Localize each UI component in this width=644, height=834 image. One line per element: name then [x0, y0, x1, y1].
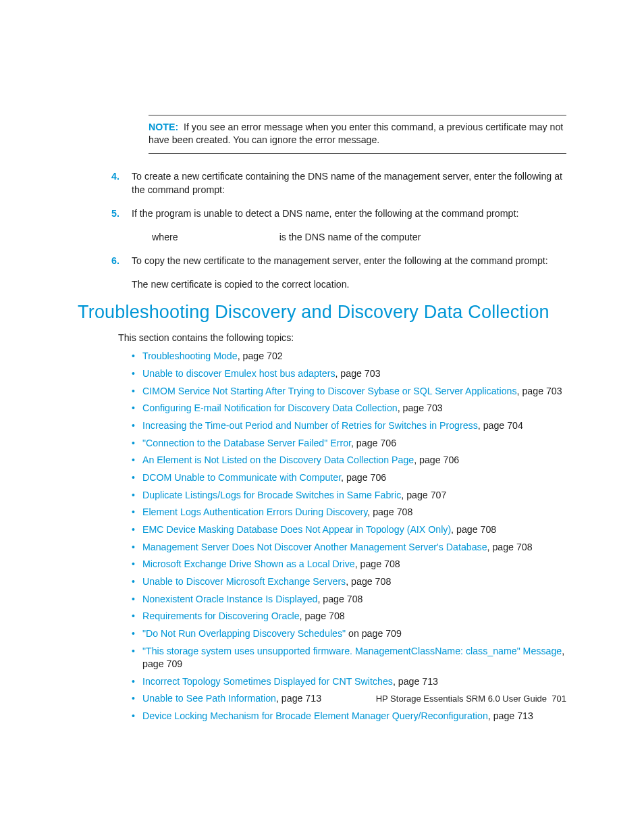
step-number: 6.	[111, 255, 119, 267]
step-text: If the program is unable to detect a DNS…	[132, 208, 518, 219]
step-6: 6. To copy the new certificate to the ma…	[111, 255, 566, 267]
page-footer: HP Storage Essentials SRM 6.0 User Guide…	[376, 694, 566, 704]
topic-link[interactable]: Unable to Discover Microsoft Exchange Se…	[142, 576, 346, 587]
topic-suffix: , page 708	[355, 558, 400, 569]
topic-item: CIMOM Service Not Starting After Trying …	[132, 385, 566, 398]
topic-suffix: , page 703	[335, 368, 380, 379]
footer-title: HP Storage Essentials SRM 6.0 User Guide	[376, 694, 547, 704]
section-heading: Troubleshooting Discovery and Discovery …	[78, 302, 566, 323]
topic-link[interactable]: Nonexistent Oracle Instance Is Displayed	[142, 594, 317, 604]
topic-suffix: , page 708	[300, 610, 345, 621]
where-suffix: is the DNS name of the computer	[279, 232, 421, 242]
where-prefix: where	[152, 232, 178, 242]
post-step-text: The new certificate is copied to the cor…	[132, 278, 566, 291]
topic-item: Element Logs Authentication Errors Durin…	[132, 506, 566, 519]
topic-suffix: , page 708	[346, 576, 391, 587]
topic-item: "This storage system uses unsupported fi…	[132, 645, 566, 671]
topic-item: Management Server Does Not Discover Anot…	[132, 541, 566, 554]
topic-suffix: , page 713	[276, 693, 321, 704]
topic-link[interactable]: Configuring E-mail Notification for Disc…	[142, 402, 398, 413]
topic-item: Troubleshooting Mode, page 702	[132, 350, 566, 363]
intro-text: This section contains the following topi…	[118, 332, 566, 343]
topic-suffix: , page 702	[238, 350, 283, 361]
topic-link[interactable]: Unable to discover Emulex host bus adapt…	[142, 368, 335, 379]
topic-link[interactable]: "Connection to the Database Server Faile…	[142, 438, 351, 448]
topic-link[interactable]: Management Server Does Not Discover Anot…	[142, 542, 487, 552]
topic-suffix: , page 713	[488, 710, 533, 721]
topic-item: Requirements for Discovering Oracle, pag…	[132, 610, 566, 623]
step-text: To copy the new certificate to the manag…	[132, 255, 548, 266]
topic-item: Microsoft Exchange Drive Shown as a Loca…	[132, 558, 566, 571]
topic-link[interactable]: EMC Device Masking Database Does Not App…	[142, 524, 451, 535]
step-number: 4.	[111, 170, 119, 183]
step-4: 4. To create a new certificate containin…	[111, 170, 566, 196]
topic-suffix: , page 713	[393, 676, 438, 687]
topic-link[interactable]: CIMOM Service Not Starting After Trying …	[142, 386, 517, 396]
topic-item: Increasing the Time-out Period and Numbe…	[132, 419, 566, 432]
steps-list: 4. To create a new certificate containin…	[111, 170, 566, 267]
topic-item: Unable to discover Emulex host bus adapt…	[132, 367, 566, 380]
topic-link[interactable]: "This storage system uses unsupported fi…	[142, 646, 562, 656]
step-number: 5.	[111, 207, 119, 220]
document-page: NOTE: If you see an error message when y…	[0, 0, 644, 768]
where-line: whereis the DNS name of the computer	[152, 231, 566, 244]
topic-link[interactable]: "Do Not Run Overlapping Discovery Schedu…	[142, 628, 346, 639]
topic-suffix: , page 703	[517, 386, 562, 396]
topic-link[interactable]: Requirements for Discovering Oracle	[142, 610, 300, 621]
topic-link[interactable]: Unable to See Path Information	[142, 693, 276, 704]
topic-link[interactable]: Element Logs Authentication Errors Durin…	[142, 506, 367, 517]
topic-suffix: , page 706	[414, 454, 459, 465]
topic-link[interactable]: Increasing the Time-out Period and Numbe…	[142, 420, 478, 431]
note-text: If you see an error message when you ent…	[149, 122, 563, 145]
topic-item: "Do Not Run Overlapping Discovery Schedu…	[132, 627, 566, 640]
topic-suffix: , page 708	[487, 542, 533, 552]
topic-suffix: , page 703	[398, 402, 443, 413]
topics-list: Troubleshooting Mode, page 702 Unable to…	[132, 350, 566, 723]
step-text: To create a new certificate containing t…	[132, 171, 562, 194]
note-label: NOTE:	[149, 122, 178, 132]
topic-link[interactable]: Device Locking Mechanism for Brocade Ele…	[142, 710, 488, 721]
topic-suffix: , page 708	[317, 594, 363, 604]
topic-suffix: , page 707	[401, 490, 446, 500]
footer-page: 701	[552, 694, 566, 704]
topic-suffix: on page 709	[346, 628, 402, 639]
topic-suffix: , page 708	[451, 524, 496, 535]
topic-item: EMC Device Masking Database Does Not App…	[132, 523, 566, 536]
topic-item: Duplicate Listings/Logs for Brocade Swit…	[132, 489, 566, 502]
topic-link[interactable]: An Element is Not Listed on the Discover…	[142, 454, 414, 465]
note-box: NOTE: If you see an error message when y…	[149, 115, 566, 154]
topic-link[interactable]: DCOM Unable to Communicate with Computer	[142, 472, 341, 483]
topic-suffix: , page 706	[341, 472, 386, 483]
topic-item: "Connection to the Database Server Faile…	[132, 437, 566, 450]
topic-link[interactable]: Duplicate Listings/Logs for Brocade Swit…	[142, 490, 401, 500]
topic-item: Device Locking Mechanism for Brocade Ele…	[132, 710, 566, 723]
topic-link[interactable]: Troubleshooting Mode	[142, 350, 238, 361]
topic-item: Nonexistent Oracle Instance Is Displayed…	[132, 593, 566, 606]
topic-item: DCOM Unable to Communicate with Computer…	[132, 471, 566, 484]
topic-suffix: , page 708	[367, 506, 412, 517]
topic-item: Unable to Discover Microsoft Exchange Se…	[132, 575, 566, 588]
step-5: 5. If the program is unable to detect a …	[111, 207, 566, 244]
topic-item: Configuring E-mail Notification for Disc…	[132, 402, 566, 415]
topic-item: Incorrect Topology Sometimes Displayed f…	[132, 675, 566, 688]
topic-suffix: , page 706	[351, 438, 396, 448]
topic-link[interactable]: Incorrect Topology Sometimes Displayed f…	[142, 676, 393, 687]
topic-item: An Element is Not Listed on the Discover…	[132, 454, 566, 467]
topic-link[interactable]: Microsoft Exchange Drive Shown as a Loca…	[142, 558, 355, 569]
topic-suffix: , page 704	[478, 420, 523, 431]
